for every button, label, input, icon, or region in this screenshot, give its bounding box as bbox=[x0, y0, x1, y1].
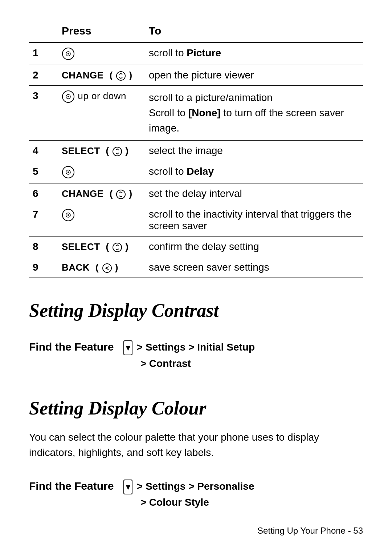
to-cell: save screen saver settings bbox=[145, 257, 363, 278]
change-icon bbox=[116, 69, 129, 81]
table-row: 3 up or down scroll to a picture/animati… bbox=[29, 86, 363, 141]
colour-title: Setting Display Colour bbox=[29, 397, 363, 419]
press-cell bbox=[58, 161, 145, 183]
select-icon bbox=[112, 145, 125, 156]
svg-point-11 bbox=[117, 190, 125, 199]
table-row: 4 SELECT ( ) select the image bbox=[29, 141, 363, 161]
row-number: 8 bbox=[29, 236, 58, 257]
scroll-icon bbox=[62, 209, 75, 222]
table-row: 5 scroll to Delay bbox=[29, 161, 363, 183]
scroll-icon bbox=[62, 47, 75, 60]
svg-point-6 bbox=[68, 96, 69, 97]
contrast-path-text: > Settings > Initial Setup > Contrast bbox=[123, 341, 255, 369]
svg-point-7 bbox=[113, 147, 122, 156]
find-feature-label-1: Find the Feature bbox=[29, 339, 123, 353]
press-cell: SELECT ( ) bbox=[58, 236, 145, 257]
row-number: 9 bbox=[29, 257, 58, 278]
row-number: 4 bbox=[29, 141, 58, 161]
row-number: 7 bbox=[29, 204, 58, 236]
contrast-feature-row: Find the Feature ▾ > Settings > Initial … bbox=[29, 332, 363, 379]
scroll-icon bbox=[62, 166, 75, 179]
svg-point-16 bbox=[103, 264, 111, 272]
colour-path: ▾ > Settings > Personalise > Colour Styl… bbox=[123, 478, 254, 511]
table-row: 1 scroll to Picture bbox=[29, 43, 363, 65]
page-footer: Setting Up Your Phone - 53 bbox=[257, 526, 363, 536]
colour-path-text: > Settings > Personalise > Colour Style bbox=[123, 481, 254, 508]
select-icon bbox=[112, 241, 125, 252]
to-cell: scroll to Delay bbox=[145, 161, 363, 183]
table-row: 6 CHANGE ( ) set the delay interval bbox=[29, 183, 363, 204]
col-press-header: Press bbox=[58, 22, 145, 43]
change-icon bbox=[116, 188, 129, 199]
menu-icon: ▾ bbox=[123, 480, 132, 494]
press-cell: CHANGE ( ) bbox=[58, 65, 145, 86]
table-row: 7 scroll to the inactivity interval that… bbox=[29, 204, 363, 236]
row-number: 2 bbox=[29, 65, 58, 86]
select-label: SELECT bbox=[62, 241, 100, 252]
press-cell: CHANGE ( ) bbox=[58, 183, 145, 204]
select-label: SELECT bbox=[62, 145, 100, 156]
to-cell: select the image bbox=[145, 141, 363, 161]
row-number: 3 bbox=[29, 86, 58, 141]
find-feature-label-2: Find the Feature bbox=[29, 478, 123, 492]
svg-point-14 bbox=[68, 214, 69, 216]
press-cell: SELECT ( ) bbox=[58, 141, 145, 161]
back-label: BACK bbox=[62, 262, 90, 273]
svg-point-3 bbox=[117, 72, 125, 80]
contrast-title: Setting Display Contrast bbox=[29, 300, 363, 321]
menu-icon: ▾ bbox=[123, 340, 132, 355]
to-cell: set the delay interval bbox=[145, 183, 363, 204]
col-to-header: To bbox=[145, 22, 363, 43]
col-num-header bbox=[29, 22, 58, 43]
instructions-table: Press To 1 scroll to Picture bbox=[29, 22, 363, 278]
svg-point-2 bbox=[68, 53, 69, 54]
to-cell: open the picture viewer bbox=[145, 65, 363, 86]
table-row: 9 BACK ( ) save screen saver settings bbox=[29, 257, 363, 278]
press-cell bbox=[58, 204, 145, 236]
colour-section: Setting Display Colour You can select th… bbox=[29, 397, 363, 518]
bold-word: Picture bbox=[187, 47, 221, 58]
contrast-section: Setting Display Contrast Find the Featur… bbox=[29, 300, 363, 379]
to-cell: scroll to Picture bbox=[145, 43, 363, 65]
none-bold: [None] bbox=[188, 107, 221, 118]
contrast-path: ▾ > Settings > Initial Setup > Contrast bbox=[123, 339, 255, 372]
press-cell: BACK ( ) bbox=[58, 257, 145, 278]
back-icon bbox=[102, 262, 115, 273]
row-number: 5 bbox=[29, 161, 58, 183]
to-cell: scroll to the inactivity interval that t… bbox=[145, 204, 363, 236]
press-cell: up or down bbox=[58, 86, 145, 141]
to-cell: scroll to a picture/animation Scroll to … bbox=[145, 86, 363, 141]
press-cell bbox=[58, 43, 145, 65]
to-cell: confirm the delay setting bbox=[145, 236, 363, 257]
svg-point-15 bbox=[113, 243, 122, 252]
change-label: CHANGE bbox=[62, 70, 104, 81]
scroll-updown-icon bbox=[62, 90, 75, 103]
svg-point-10 bbox=[68, 171, 69, 173]
row-number: 6 bbox=[29, 183, 58, 204]
change-label: CHANGE bbox=[62, 188, 104, 199]
colour-feature-row: Find the Feature ▾ > Settings > Personal… bbox=[29, 471, 363, 518]
row-number: 1 bbox=[29, 43, 58, 65]
table-row: 2 CHANGE ( ) open the picture viewer bbox=[29, 65, 363, 86]
table-row: 8 SELECT ( ) confirm the delay setting bbox=[29, 236, 363, 257]
colour-description: You can select the colour palette that y… bbox=[29, 430, 363, 460]
delay-bold: Delay bbox=[187, 166, 214, 177]
